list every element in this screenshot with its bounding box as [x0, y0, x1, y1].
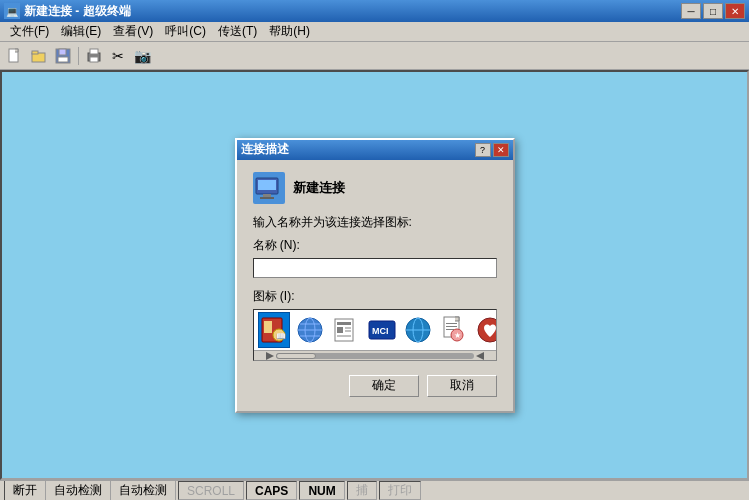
dialog-header-icon: [253, 172, 285, 204]
menu-help[interactable]: 帮助(H): [263, 21, 316, 42]
title-bar: 💻 新建连接 - 超级终端 ─ □ ✕: [0, 0, 749, 22]
dialog-buttons: 确定 取消: [253, 375, 497, 399]
dialog-titlebar: 连接描述 ? ✕: [237, 140, 513, 160]
svg-rect-25: [345, 327, 351, 329]
status-detect-2: 自动检测: [111, 481, 176, 500]
svg-rect-35: [446, 326, 457, 327]
cancel-button[interactable]: 取消: [427, 375, 497, 397]
svg-rect-36: [446, 329, 454, 330]
menu-bar: 文件(F) 编辑(E) 查看(V) 呼叫(C) 传送(T) 帮助(H): [0, 22, 749, 42]
icon-item-6[interactable]: [474, 312, 497, 348]
svg-text:MCI: MCI: [372, 326, 389, 336]
toolbar-camera[interactable]: 📷: [131, 45, 153, 67]
status-bar: 断开 自动检测 自动检测 SCROLL CAPS NUM 捕 打印: [0, 480, 749, 500]
svg-rect-34: [446, 323, 457, 324]
svg-marker-41: [476, 352, 484, 360]
svg-rect-24: [337, 327, 343, 333]
svg-rect-23: [337, 322, 351, 325]
name-label: 名称 (N):: [253, 237, 497, 254]
icon-list: 📖: [254, 310, 496, 350]
svg-rect-10: [258, 180, 276, 190]
svg-rect-4: [59, 49, 66, 55]
name-input[interactable]: [253, 258, 497, 278]
icon-item-1[interactable]: [294, 312, 326, 348]
menu-view[interactable]: 查看(V): [107, 21, 159, 42]
svg-rect-12: [260, 197, 274, 199]
svg-rect-2: [32, 51, 38, 54]
status-detect-1: 自动检测: [46, 481, 111, 500]
main-area: 连接描述 ? ✕: [0, 70, 749, 480]
app-icon: 💻: [4, 3, 20, 19]
status-num: NUM: [299, 481, 344, 500]
menu-call[interactable]: 呼叫(C): [159, 21, 212, 42]
svg-text:📖: 📖: [276, 331, 286, 341]
status-connection: 断开: [4, 481, 46, 500]
dialog-close-button[interactable]: ✕: [493, 143, 509, 157]
toolbar-save[interactable]: [52, 45, 74, 67]
ok-button[interactable]: 确定: [349, 375, 419, 397]
toolbar-new[interactable]: [4, 45, 26, 67]
svg-rect-26: [345, 330, 351, 332]
icon-item-2[interactable]: [330, 312, 362, 348]
connection-description-dialog: 连接描述 ? ✕: [235, 138, 515, 413]
window-controls: ─ □ ✕: [681, 3, 745, 19]
svg-text:★: ★: [454, 331, 461, 340]
toolbar-cut[interactable]: ✂: [107, 45, 129, 67]
dialog-header-title: 新建连接: [293, 179, 345, 197]
dialog-body: 新建连接 输入名称并为该连接选择图标: 名称 (N): 图标 (I):: [237, 160, 513, 411]
icon-label: 图标 (I):: [253, 288, 497, 305]
icon-item-0[interactable]: 📖: [258, 312, 290, 348]
dialog-help-button[interactable]: ?: [475, 143, 491, 157]
window-title: 新建连接 - 超级终端: [24, 3, 131, 20]
menu-edit[interactable]: 编辑(E): [55, 21, 107, 42]
horizontal-scrollbar[interactable]: [254, 350, 496, 361]
toolbar-print[interactable]: [83, 45, 105, 67]
status-print: 打印: [379, 481, 421, 500]
svg-rect-27: [337, 335, 351, 337]
maximize-button[interactable]: □: [703, 3, 723, 19]
svg-rect-7: [90, 49, 98, 54]
dialog-title: 连接描述: [241, 141, 289, 158]
menu-transfer[interactable]: 传送(T): [212, 21, 263, 42]
status-scroll: SCROLL: [178, 481, 244, 500]
menu-file[interactable]: 文件(F): [4, 21, 55, 42]
icon-item-3[interactable]: MCI: [366, 312, 398, 348]
close-button[interactable]: ✕: [725, 3, 745, 19]
icon-item-4[interactable]: [402, 312, 434, 348]
icon-item-5[interactable]: ★: [438, 312, 470, 348]
svg-rect-14: [264, 321, 272, 333]
dialog-backdrop: 连接描述 ? ✕: [2, 72, 747, 478]
toolbar-separator-1: [78, 47, 79, 65]
svg-rect-11: [263, 194, 271, 197]
dialog-header: 新建连接: [253, 172, 497, 204]
toolbar-open[interactable]: [28, 45, 50, 67]
toolbar: ✂ 📷: [0, 42, 749, 70]
minimize-button[interactable]: ─: [681, 3, 701, 19]
icon-list-container: 📖: [253, 309, 497, 361]
svg-marker-40: [266, 352, 274, 360]
dialog-description: 输入名称并为该连接选择图标:: [253, 214, 497, 231]
svg-rect-5: [58, 57, 68, 62]
status-caps: CAPS: [246, 481, 297, 500]
status-capture: 捕: [347, 481, 377, 500]
svg-rect-8: [90, 57, 98, 62]
